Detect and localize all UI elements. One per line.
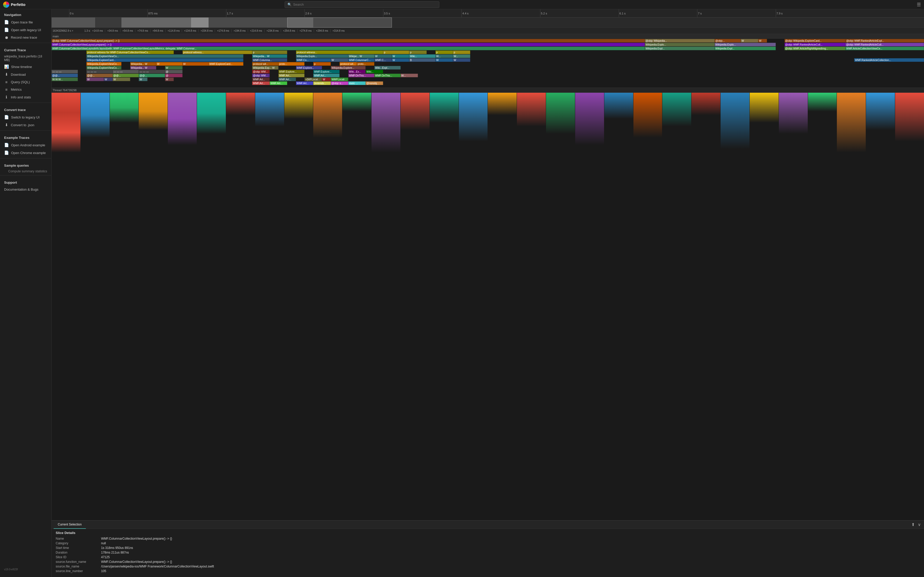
flame-block-wmfonthis[interactable]: WMF.OnThis... bbox=[348, 74, 375, 77]
flame-block-wmf-b1[interactable]: B bbox=[409, 58, 435, 62]
sidebar-item-show-timeline[interactable]: 📊 Show timeline bbox=[0, 63, 51, 71]
flame-block-wiki-expl1[interactable]: Wiki...Expl... bbox=[374, 66, 401, 69]
flame-block-wm-layoutinfo[interactable]: WMF.ColumnarCollectionViewLayoutinfo.lay… bbox=[52, 47, 645, 50]
sidebar-item-download[interactable]: ⬇ Download bbox=[0, 71, 51, 78]
flame-block-wik-explor2[interactable]: Wikipedia.Explo... bbox=[715, 43, 776, 47]
flame-block-wmf-rankedarticle3[interactable]: WMF.RankedArticleCollection... bbox=[854, 58, 924, 62]
sidebar-item-chrome-example[interactable]: 📄 Open Chrome example bbox=[0, 149, 51, 156]
flame-block-wik-expl1[interactable]: Wikipedia.Expl... bbox=[645, 47, 715, 50]
flame-block-objc-wikipedia1[interactable]: @objc Wikipedia... bbox=[645, 39, 715, 42]
flame-block-wikex1[interactable]: Wiki...Ex... bbox=[348, 70, 366, 73]
flame-block-wikipedia-explore2[interactable]: Wikipedia.Explo... bbox=[296, 54, 348, 58]
flame-block-wikipedia-w9[interactable]: Wikipedia... W bbox=[130, 66, 157, 69]
flame-block-protocol-wit2[interactable]: protocol wit... bbox=[339, 62, 357, 66]
flame-block-proto2[interactable]: proto... bbox=[357, 62, 374, 66]
flame-block-wmfart3[interactable]: WMF.Art... bbox=[252, 77, 270, 81]
flame-block-atat3[interactable]: @@... bbox=[113, 74, 139, 77]
flame-block-w12[interactable]: W bbox=[104, 77, 113, 81]
flame-block-static1[interactable]: static ... bbox=[348, 81, 366, 85]
sidebar-item-query-sql[interactable]: ≡ Query (SQL) bbox=[0, 78, 51, 86]
flame-block-w10[interactable]: W... bbox=[401, 74, 418, 77]
flame-block-dash3[interactable]: — — — bbox=[113, 70, 139, 73]
sidebar-item-record-trace[interactable]: ⏺ Record new trace bbox=[0, 34, 51, 41]
flame-block-w4[interactable]: W bbox=[392, 54, 409, 58]
sidebar-item-switch-legacy[interactable]: 📄 Switch to legacy UI bbox=[0, 113, 51, 121]
flame-block-dash1[interactable]: — — — bbox=[52, 70, 78, 73]
flame-block-wmfart5[interactable]: WMF.Art... bbox=[252, 81, 270, 85]
flame-block-objc-prepare[interactable]: @objc WMF.ColumnarCollectionViewLayout.p… bbox=[52, 39, 645, 42]
flame-block-w11[interactable]: W bbox=[86, 77, 104, 81]
flame-block-wmfart4[interactable]: WMF.Art... bbox=[278, 77, 296, 81]
search-bar[interactable]: 🔍 bbox=[284, 1, 439, 8]
sidebar-item-open-legacy-ui[interactable]: 📄 Open with legacy UI bbox=[0, 26, 51, 34]
flame-block-wmf-explore1[interactable]: WMF.Explore... bbox=[296, 66, 322, 69]
flame-block-atat2[interactable]: @@... bbox=[86, 74, 113, 77]
sidebar-item-metrics[interactable]: ≡ Metrics bbox=[0, 86, 51, 93]
sidebar-item-support[interactable]: Documentation & Bugs bbox=[0, 186, 51, 193]
hamburger-menu-icon[interactable]: ☰ bbox=[917, 2, 921, 8]
flame-block-objc-wikipedia4[interactable]: @objc WMF.RankedArticleExpl... bbox=[845, 39, 924, 42]
flame-block-wik-expl2[interactable]: Wikipedia.Expl... bbox=[715, 47, 776, 50]
flame-block-w13[interactable]: W bbox=[113, 77, 130, 81]
flame-block-wiki2[interactable]: W... bbox=[435, 54, 453, 58]
flame-block-wikipedia-explore-ctrl2[interactable]: Wikipedia.ExploreViewCont... bbox=[86, 66, 121, 69]
flame-block-wik-explor1[interactable]: Wikipedia.Explo... bbox=[645, 43, 715, 47]
mini-overview[interactable] bbox=[52, 18, 924, 28]
flame-block-protocol3[interactable]: protocol witness... bbox=[296, 50, 383, 54]
flame-block-protocol2[interactable]: protocol witness... bbox=[183, 50, 252, 54]
flame-block-at1[interactable]: @ bbox=[165, 70, 183, 73]
flame-rows-container[interactable]: @objc WMF.ColumnarCollectionViewLayout.p… bbox=[52, 39, 924, 168]
flame-block-wmflocal2[interactable]: WMFLocaliz... bbox=[331, 77, 348, 81]
flame-block-wmf-rankedarticle2[interactable]: @objc WMF.RankedArticleColl... bbox=[845, 43, 924, 47]
flame-block-atat4[interactable]: @@... bbox=[139, 74, 165, 77]
detailed-timeline[interactable]: main @objc WMF.ColumnarCollectionViewLay… bbox=[52, 34, 924, 521]
flame-block-w15[interactable]: W bbox=[165, 77, 174, 81]
flame-block-wmfart6[interactable]: WMF.Art... bbox=[270, 81, 287, 85]
tab-current-selection[interactable]: Current Selection bbox=[53, 521, 86, 529]
dense-flame-area[interactable] bbox=[52, 93, 924, 168]
flame-block-wmfarticlecollect2[interactable]: WMF.ArticleCollectionViewCe... bbox=[845, 47, 924, 50]
flame-block-objc-wikipedia2[interactable]: @objc... bbox=[715, 39, 741, 42]
flame-block-w3[interactable]: W bbox=[374, 54, 392, 58]
flame-block-w14[interactable]: W bbox=[139, 77, 147, 81]
flame-block-wmf-c2[interactable]: W bbox=[392, 58, 409, 62]
flame-block-wmf-rankedarticle1[interactable]: @objc WMF.RankedArticleColl... bbox=[785, 43, 846, 47]
flame-block-objc-wm1[interactable]: @objc WM... bbox=[252, 70, 270, 73]
flame-block-wmfexp3[interactable]: WMF.Explore... bbox=[313, 70, 339, 73]
flame-block-w2[interactable]: W bbox=[758, 39, 767, 42]
flame-block-p5[interactable]: p bbox=[453, 50, 470, 54]
flame-block-w9[interactable]: W bbox=[165, 66, 183, 69]
search-input[interactable] bbox=[293, 3, 436, 6]
flame-block-wm-prepare[interactable]: WMF.ColumnarCollectionViewLayout.prepare… bbox=[52, 43, 645, 47]
flame-block-wikipedia-w2[interactable]: Wikipe... W bbox=[348, 54, 375, 58]
flame-block-p2[interactable]: p bbox=[383, 50, 409, 54]
flame-block-atat1[interactable]: @@... bbox=[52, 74, 78, 77]
flame-block-wmfexplore[interactable]: WMF.ExploreCard... bbox=[208, 62, 243, 66]
flame-block-wmf-w1[interactable]: W bbox=[331, 58, 348, 62]
flame-block-wmfart1[interactable]: WMF.Art... bbox=[278, 74, 305, 77]
sidebar-item-info-stats[interactable]: ℹ Info and stats bbox=[0, 93, 51, 101]
sidebar-item-convert-json[interactable]: ⬇ Convert to .json bbox=[0, 121, 51, 129]
flame-block-wmflocal[interactable]: +[WFLocal... bbox=[304, 77, 322, 81]
flame-block-wmfart7[interactable]: WMF.Art... bbox=[296, 81, 313, 85]
flame-block-extends[interactable]: (extends... bbox=[313, 81, 331, 85]
flame-block-dash4[interactable]: — — — bbox=[139, 70, 165, 73]
flame-block-wmf-co1[interactable]: WMF.Co... bbox=[296, 58, 331, 62]
flame-block-protocol-wit[interactable]: protocol wit... bbox=[252, 62, 278, 66]
timeline-area[interactable]: 0 s 875 ms 1.7 s 2.6 s 3.5 s 4.4 s 5.2 s… bbox=[52, 9, 924, 521]
flame-block-wikipedia-expw[interactable]: Wikipedia.Exp... W bbox=[252, 66, 278, 69]
sidebar-item-android-example[interactable]: 📄 Open Android example bbox=[0, 141, 51, 149]
flame-block-w6[interactable]: W bbox=[453, 58, 470, 62]
sidebar-item-open-trace-file[interactable]: 📄 Open trace file bbox=[0, 18, 51, 26]
flame-block-p1[interactable]: p bbox=[252, 50, 287, 54]
flame-block-objc-wm2[interactable]: @objc WM... bbox=[252, 74, 270, 77]
flame-block-wikipedia-explore1[interactable]: Wikipedia.ExploreViewCo... bbox=[86, 54, 243, 58]
flame-block-w8[interactable]: W bbox=[183, 62, 209, 66]
flame-block-wikipedia-explore-ctrl[interactable]: Wikipedia.ExploreViewController.collecti… bbox=[86, 62, 121, 66]
flame-block-wmfart2[interactable]: WMF.Art... bbox=[313, 74, 339, 77]
flame-block-dash2[interactable]: — — — bbox=[86, 70, 113, 73]
flame-block-wmfarticlecollect1[interactable]: @objc WMF.ArticleRightAlignedImg... bbox=[785, 47, 846, 50]
flame-block-wiki3[interactable]: W... bbox=[453, 54, 470, 58]
pin-icon-button[interactable]: ⬆ bbox=[910, 521, 916, 528]
flame-block-proto1[interactable]: proto... bbox=[278, 62, 305, 66]
